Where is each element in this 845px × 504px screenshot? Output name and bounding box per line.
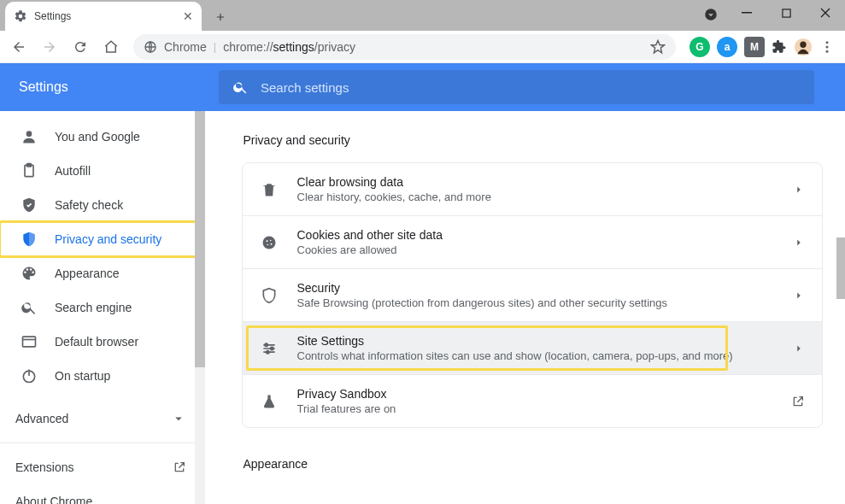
row-privacy-sandbox[interactable]: Privacy Sandbox Trial features are on <box>243 374 822 427</box>
main-scrollbar[interactable] <box>836 111 845 504</box>
row-subtitle: Cookies are allowed <box>297 243 774 256</box>
sidebar-label: Search engine <box>55 301 132 314</box>
gear-icon <box>14 9 27 23</box>
row-site-settings[interactable]: Site Settings Controls what information … <box>243 321 822 374</box>
bookmark-star-icon[interactable] <box>650 39 666 55</box>
sidebar-item-autofill[interactable]: Autofill <box>0 154 205 188</box>
about-label: About Chrome <box>15 495 92 504</box>
cookie-icon <box>260 234 279 251</box>
profile-avatar-icon[interactable] <box>794 38 813 56</box>
url-text: chrome://settings/privacy <box>223 40 355 54</box>
svg-point-6 <box>826 41 829 44</box>
svg-point-24 <box>265 343 267 346</box>
open-external-icon <box>791 395 805 408</box>
extensions-puzzle-icon[interactable] <box>772 39 787 55</box>
sidebar-extensions-link[interactable]: Extensions <box>0 450 205 484</box>
extension-grammarly-icon[interactable]: G <box>689 37 710 57</box>
browser-toolbar: Chrome | chrome://settings/privacy G a M <box>0 31 845 63</box>
search-input[interactable] <box>261 80 801 95</box>
sidebar-item-appearance[interactable]: Appearance <box>0 256 205 290</box>
svg-point-5 <box>800 41 806 47</box>
close-window-button[interactable] <box>806 0 845 26</box>
incognito-indicator-icon[interactable] <box>703 7 719 22</box>
new-tab-button[interactable] <box>208 5 232 29</box>
svg-point-18 <box>269 239 271 241</box>
row-title: Clear browsing data <box>297 175 774 189</box>
row-subtitle: Safe Browsing (protection from dangerous… <box>297 296 774 309</box>
search-icon <box>232 79 249 96</box>
sidebar-item-default-browser[interactable]: Default browser <box>0 325 205 359</box>
svg-point-20 <box>270 243 272 244</box>
sidebar-label: You and Google <box>55 130 140 144</box>
address-bar[interactable]: Chrome | chrome://settings/privacy <box>133 34 676 60</box>
maximize-button[interactable] <box>766 0 806 26</box>
home-button[interactable] <box>97 33 125 61</box>
svg-point-25 <box>270 347 273 349</box>
sidebar-advanced-toggle[interactable]: Advanced <box>0 401 205 436</box>
back-button[interactable] <box>5 33 32 61</box>
minimize-button[interactable] <box>727 0 766 26</box>
shield-icon <box>21 231 38 248</box>
shield-icon <box>260 287 279 304</box>
section-title-appearance: Appearance <box>242 457 823 471</box>
sidebar-label: Autofill <box>55 164 91 178</box>
sidebar-item-privacy-and-security[interactable]: Privacy and security <box>0 222 205 256</box>
svg-point-8 <box>826 50 829 52</box>
reload-button[interactable] <box>67 33 94 61</box>
advanced-label: Advanced <box>15 412 68 425</box>
clipboard-icon <box>21 162 38 179</box>
settings-title: Settings <box>0 79 219 95</box>
extension-a-icon[interactable]: a <box>717 37 737 57</box>
close-tab-icon[interactable]: ✕ <box>183 9 193 23</box>
sidebar-item-on-startup[interactable]: On startup <box>0 359 205 393</box>
divider <box>0 442 205 443</box>
settings-search[interactable] <box>219 70 814 104</box>
settings-main: Privacy and security Clear browsing data… <box>219 111 845 504</box>
palette-icon <box>21 265 38 282</box>
section-title-privacy: Privacy and security <box>242 133 823 147</box>
settings-sidebar: You and Google Autofill Safety check Pri… <box>0 111 219 504</box>
sidebar-about-chrome[interactable]: About Chrome <box>0 484 205 504</box>
search-icon <box>21 299 38 316</box>
chevron-right-icon <box>793 290 805 302</box>
row-clear-browsing-data[interactable]: Clear browsing data Clear history, cooki… <box>243 163 822 215</box>
person-icon <box>21 128 38 145</box>
settings-header: Settings <box>0 63 845 111</box>
sidebar-item-you-and-google[interactable]: You and Google <box>0 120 205 154</box>
sliders-icon <box>260 340 279 357</box>
window-controls <box>727 0 845 26</box>
open-external-icon <box>173 460 186 474</box>
extension-m-icon[interactable]: M <box>744 37 765 57</box>
svg-point-26 <box>266 350 268 353</box>
chrome-menu-icon[interactable] <box>819 39 835 55</box>
sidebar-label: On startup <box>55 369 110 383</box>
site-info-icon[interactable] <box>144 40 157 54</box>
extension-icons: G a M <box>684 37 840 57</box>
svg-point-7 <box>826 45 829 48</box>
sidebar-label: Safety check <box>55 198 123 212</box>
sidebar-scrollbar[interactable] <box>195 111 205 504</box>
row-title: Security <box>297 281 774 295</box>
svg-point-9 <box>26 131 32 137</box>
forward-button[interactable] <box>36 33 63 61</box>
tab-title: Settings <box>34 10 176 22</box>
sidebar-label: Default browser <box>55 335 138 349</box>
row-title: Site Settings <box>297 334 774 348</box>
row-cookies[interactable]: Cookies and other site data Cookies are … <box>243 215 822 268</box>
privacy-card: Clear browsing data Clear history, cooki… <box>242 162 823 428</box>
svg-point-16 <box>262 236 275 249</box>
window-titlebar: Settings ✕ <box>0 0 845 31</box>
row-subtitle: Clear history, cookies, cache, and more <box>297 190 774 203</box>
row-security[interactable]: Security Safe Browsing (protection from … <box>243 268 822 321</box>
browser-icon <box>21 333 38 350</box>
sidebar-item-safety-check[interactable]: Safety check <box>0 188 205 222</box>
sidebar-item-search-engine[interactable]: Search engine <box>0 290 205 325</box>
sidebar-label: Appearance <box>55 267 120 280</box>
chevron-right-icon <box>793 237 805 249</box>
row-subtitle: Trial features are on <box>297 402 772 415</box>
browser-tab[interactable]: Settings ✕ <box>5 2 202 31</box>
chevron-right-icon <box>793 184 805 196</box>
svg-rect-2 <box>782 9 789 16</box>
row-title: Privacy Sandbox <box>297 387 772 401</box>
chevron-down-icon <box>171 411 186 426</box>
